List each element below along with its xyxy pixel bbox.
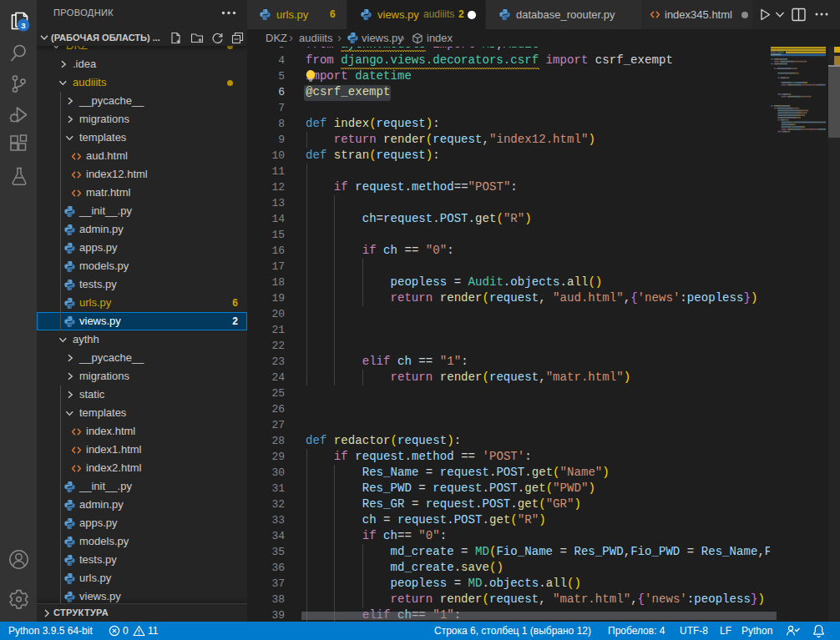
svg-text:3: 3 <box>21 21 25 30</box>
